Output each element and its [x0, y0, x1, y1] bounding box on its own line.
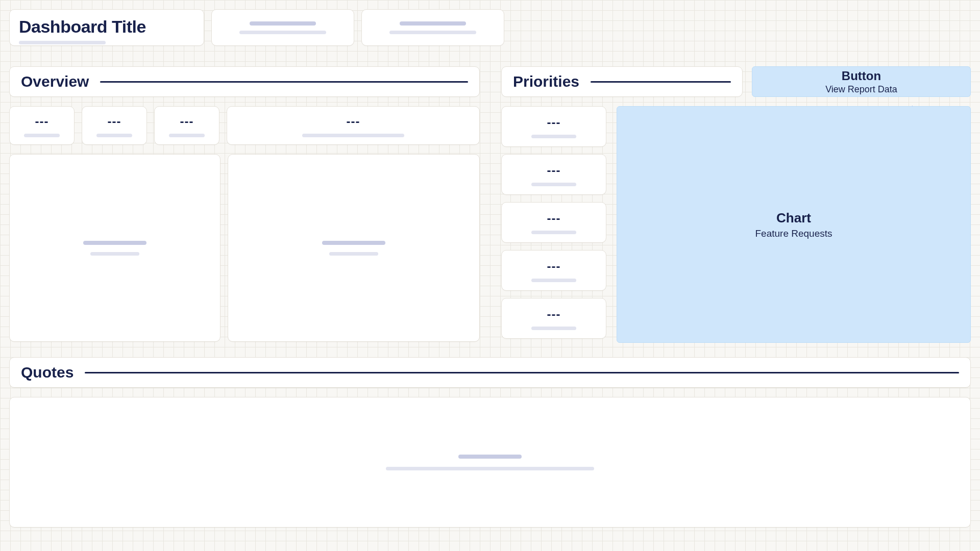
priority-item: --- [501, 298, 606, 339]
stat-value: --- [547, 115, 561, 130]
placeholder-line [250, 21, 316, 26]
feature-requests-chart[interactable]: Chart Feature Requests [617, 106, 971, 343]
header-placeholder-card [361, 9, 504, 46]
placeholder-line [302, 134, 404, 137]
placeholder-line [400, 21, 466, 26]
placeholder-line [531, 183, 576, 186]
quotes-section-header: Quotes [9, 357, 971, 388]
placeholder-line [96, 134, 132, 137]
priority-item: --- [501, 202, 606, 243]
placeholder-line [458, 455, 522, 459]
stat-value: --- [547, 307, 561, 321]
placeholder-line [24, 134, 60, 137]
priorities-section-header: Priorities [501, 66, 743, 97]
button-label: View Report Data [825, 84, 897, 95]
annotation-type: Chart [776, 210, 811, 226]
stat-value: --- [347, 114, 360, 129]
placeholder-line [90, 252, 139, 256]
placeholder-line [169, 134, 205, 137]
section-rule [100, 81, 468, 83]
overview-stat-card: --- [9, 106, 75, 145]
priority-item: --- [501, 154, 606, 195]
placeholder-line [329, 252, 378, 256]
section-rule [591, 81, 731, 83]
overview-section-header: Overview [9, 66, 480, 97]
annotation-type: Button [842, 69, 881, 83]
placeholder-line [386, 467, 594, 470]
stat-value: --- [547, 259, 561, 273]
section-rule [85, 372, 959, 373]
dashboard-title-card: Dashboard Title [9, 9, 204, 46]
dashboard-title: Dashboard Title [19, 17, 194, 37]
priority-item: --- [501, 106, 606, 147]
stat-value: --- [547, 163, 561, 178]
stat-value: --- [35, 114, 49, 129]
priorities-heading: Priorities [513, 73, 579, 90]
overview-chart-placeholder [9, 154, 220, 342]
header-placeholder-card [211, 9, 354, 46]
quotes-heading: Quotes [21, 364, 74, 381]
placeholder-line [389, 31, 476, 34]
placeholder-line [531, 327, 576, 330]
view-report-data-button[interactable]: Button View Report Data [752, 66, 971, 97]
chart-label: Feature Requests [755, 228, 832, 239]
stat-value: --- [108, 114, 121, 129]
placeholder-line [322, 241, 385, 245]
overview-chart-placeholder [228, 154, 480, 342]
placeholder-line [19, 41, 106, 44]
overview-stat-card: --- [154, 106, 219, 145]
overview-stat-card-wide: --- [227, 106, 480, 145]
placeholder-line [83, 241, 146, 245]
quotes-placeholder-card [9, 397, 971, 528]
placeholder-line [239, 31, 326, 34]
placeholder-line [531, 135, 576, 138]
stat-value: --- [180, 114, 194, 129]
overview-stat-card: --- [82, 106, 147, 145]
overview-heading: Overview [21, 73, 89, 90]
stat-value: --- [547, 211, 561, 226]
placeholder-line [531, 231, 576, 234]
placeholder-line [531, 279, 576, 282]
priority-item: --- [501, 250, 606, 291]
